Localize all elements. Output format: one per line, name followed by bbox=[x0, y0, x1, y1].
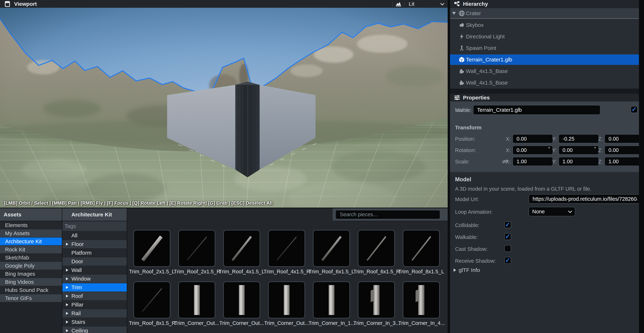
hierarchy-node[interactable]: Skybox bbox=[450, 20, 644, 30]
tag-item[interactable]: Door bbox=[62, 257, 127, 266]
asset-grid-item: Trim_Roof_4x1.5_R bbox=[268, 230, 305, 275]
asset-source-item[interactable]: Rock Kit bbox=[0, 246, 62, 253]
rotation-y-input[interactable] bbox=[558, 146, 599, 155]
tag-item[interactable]: Trim bbox=[62, 283, 127, 292]
asset-thumbnail-render bbox=[179, 231, 215, 266]
asset-thumbnail-render bbox=[403, 231, 439, 266]
asset-thumbnail-render bbox=[403, 282, 439, 318]
assets-browser: Assets Architecture Kit Elements My Asse… bbox=[0, 208, 448, 333]
caret-right-icon[interactable] bbox=[66, 277, 68, 280]
asset-source-item[interactable]: Hubs Sound Pack bbox=[0, 286, 62, 294]
axis-x-label: X: bbox=[506, 147, 511, 153]
model-url-input[interactable] bbox=[528, 194, 641, 204]
asset-thumbnail[interactable] bbox=[178, 282, 215, 319]
tag-item[interactable]: Rail bbox=[62, 309, 127, 318]
caret-right-icon[interactable] bbox=[66, 286, 68, 289]
asset-thumbnail[interactable] bbox=[313, 282, 350, 319]
asset-thumbnail[interactable] bbox=[268, 230, 305, 267]
hierarchy-node-label: Crater bbox=[466, 10, 481, 16]
asset-source-item[interactable]: Bing Images bbox=[0, 270, 62, 278]
caret-right-icon[interactable] bbox=[66, 243, 68, 246]
asset-grid-item: Trim_Roof_6x1.5_L bbox=[313, 230, 350, 275]
hierarchy-node[interactable]: Crater bbox=[450, 8, 644, 19]
asset-thumbnail[interactable] bbox=[403, 282, 440, 319]
caret-down-icon[interactable] bbox=[452, 12, 456, 15]
tag-item[interactable]: Platform bbox=[62, 249, 127, 257]
stats-chart-icon[interactable] bbox=[393, 1, 404, 7]
asset-source-item[interactable]: Architecture Kit bbox=[0, 238, 62, 245]
viewport-canvas[interactable] bbox=[0, 8, 448, 208]
asset-thumbnail-render bbox=[358, 231, 394, 266]
tag-item[interactable]: Wall bbox=[62, 266, 127, 274]
tag-item[interactable]: Roof bbox=[62, 292, 127, 300]
loop-animation-select[interactable]: None bbox=[528, 207, 575, 216]
checkbox[interactable]: ✓ bbox=[504, 221, 511, 228]
asset-thumbnail[interactable] bbox=[358, 282, 395, 319]
model-description: A 3D model in your scene, loaded from a … bbox=[455, 186, 591, 192]
globe-icon bbox=[458, 10, 465, 16]
asset-source-item[interactable]: Bing Videos bbox=[0, 278, 62, 286]
tag-item[interactable]: Pillar bbox=[62, 301, 127, 309]
asset-thumbnail-render bbox=[269, 282, 304, 318]
asset-source-item[interactable]: Google Poly bbox=[0, 262, 62, 270]
asset-thumbnail-render bbox=[314, 282, 350, 318]
gltf-info-toggle[interactable]: glTF Info bbox=[454, 267, 480, 273]
checkbox[interactable]: ✓ bbox=[504, 257, 511, 264]
asset-thumbnail-render bbox=[314, 231, 350, 266]
asset-thumbnail[interactable] bbox=[178, 230, 215, 267]
asset-source-item[interactable]: Sketchfab bbox=[0, 254, 62, 262]
scale-z-input[interactable] bbox=[604, 157, 644, 166]
asset-grid-item: Trim_Corner_In_1... bbox=[313, 282, 350, 326]
asset-source-item[interactable]: Tenor GIFs bbox=[0, 294, 62, 302]
name-input[interactable] bbox=[473, 105, 600, 115]
right-panel-scrollbar[interactable] bbox=[639, 0, 644, 333]
asset-thumbnail[interactable] bbox=[313, 230, 350, 267]
position-y-input[interactable] bbox=[558, 134, 599, 143]
asset-thumbnail[interactable] bbox=[223, 282, 260, 319]
asset-item-label: Trim_Roof_4x1.5_L bbox=[219, 269, 265, 275]
hierarchy-node[interactable]: Wall_4x1.5_Base bbox=[450, 66, 644, 76]
asset-source-item[interactable]: Elements bbox=[0, 221, 62, 229]
asset-thumbnail[interactable] bbox=[223, 230, 260, 267]
assets-title: Assets bbox=[4, 212, 21, 218]
caret-right-icon[interactable] bbox=[66, 329, 68, 332]
checkbox[interactable]: ✓ bbox=[504, 245, 511, 252]
tag-item[interactable]: Window bbox=[62, 275, 127, 283]
rotation-z-input[interactable] bbox=[604, 146, 644, 155]
asset-thumbnail[interactable] bbox=[134, 282, 170, 319]
caret-right-icon[interactable] bbox=[66, 312, 68, 315]
asset-thumbnail-render bbox=[269, 231, 304, 266]
hierarchy-node[interactable]: Directional Light bbox=[450, 31, 644, 42]
hierarchy-node[interactable]: Wall_4x1.5_Base bbox=[450, 77, 644, 88]
search-input[interactable] bbox=[336, 210, 440, 219]
asset-thumbnail[interactable] bbox=[358, 230, 395, 267]
asset-thumbnail[interactable] bbox=[403, 230, 440, 267]
hierarchy-node[interactable]: Spawn Point bbox=[450, 43, 644, 53]
rotation-x-input[interactable] bbox=[512, 146, 553, 155]
scale-y-input[interactable] bbox=[558, 157, 599, 166]
hierarchy-header: Hierarchy bbox=[450, 0, 644, 8]
asset-item-label: Trim_Roof_8x1.5_R bbox=[129, 320, 175, 326]
tag-item[interactable]: All bbox=[62, 231, 127, 240]
visible-checkbox[interactable]: ✓ bbox=[631, 106, 638, 113]
asset-thumbnail-render bbox=[224, 282, 260, 318]
assets-panel-header: Assets bbox=[0, 208, 62, 221]
tag-item[interactable]: Ceiling bbox=[62, 327, 127, 333]
scale-x-input[interactable] bbox=[512, 157, 553, 166]
position-x-input[interactable] bbox=[512, 134, 553, 143]
asset-source-item[interactable]: My Assets bbox=[0, 229, 62, 237]
caret-right-icon[interactable] bbox=[66, 295, 68, 298]
asset-thumbnail[interactable] bbox=[268, 282, 305, 319]
caret-right-icon[interactable] bbox=[66, 269, 68, 272]
hierarchy-tree: Crater bbox=[450, 8, 644, 89]
tag-item[interactable]: Stairs bbox=[62, 318, 127, 326]
asset-thumbnail[interactable] bbox=[134, 230, 170, 267]
caret-right-icon[interactable] bbox=[66, 321, 68, 324]
caret-right-icon[interactable] bbox=[66, 303, 68, 306]
asset-item-label: Trim_Roof_4x1.5_R bbox=[264, 269, 310, 275]
checkbox[interactable]: ✓ bbox=[504, 233, 511, 240]
tag-item[interactable]: Floor bbox=[62, 240, 127, 248]
render-mode-dropdown[interactable]: Lit bbox=[405, 0, 448, 8]
hierarchy-node[interactable]: Terrain_Crater1.glb bbox=[450, 54, 644, 65]
position-z-input[interactable] bbox=[604, 134, 644, 143]
